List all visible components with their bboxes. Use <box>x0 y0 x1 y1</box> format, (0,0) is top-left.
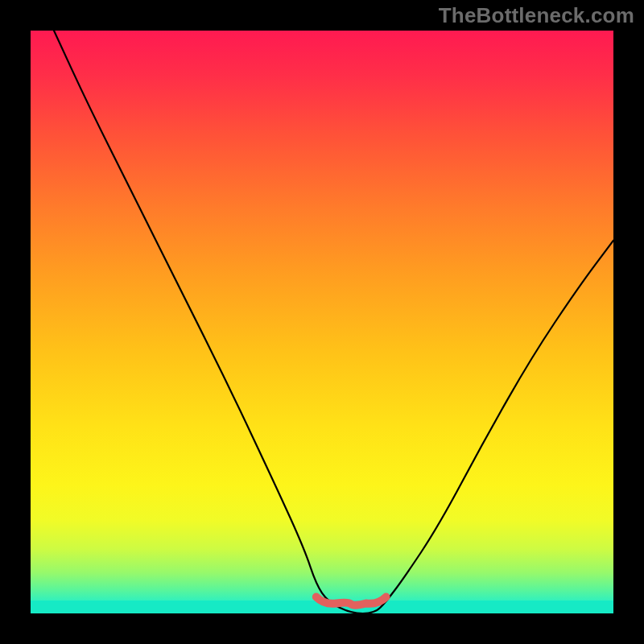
plot-area <box>31 31 613 613</box>
bottleneck-curve-path <box>54 31 613 613</box>
chart-frame: TheBottleneck.com <box>0 0 644 644</box>
watermark-text: TheBottleneck.com <box>439 3 634 28</box>
curve-svg <box>31 31 613 613</box>
